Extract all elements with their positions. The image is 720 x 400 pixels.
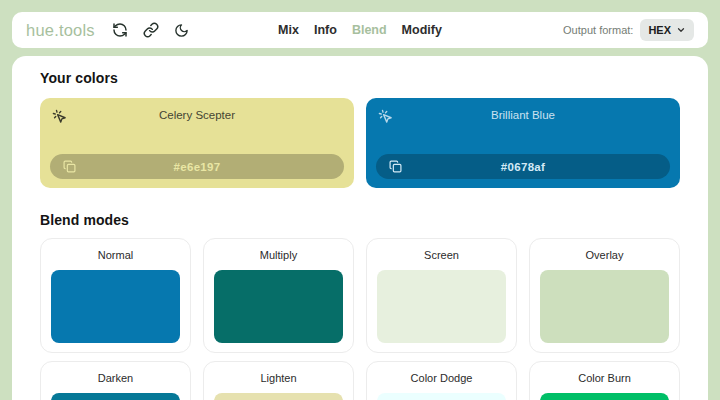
copy-icon (63, 160, 76, 173)
blend-card-lighten: Lighten (203, 361, 354, 400)
nav-blend[interactable]: Blend (352, 23, 387, 37)
output-format-select[interactable]: HEX (640, 19, 694, 41)
copy-hex-button[interactable]: #e6e197 (50, 154, 344, 179)
pointer-click-icon[interactable] (52, 108, 68, 124)
blend-card-color-burn: Color Burn (529, 361, 680, 400)
moon-icon[interactable] (173, 21, 191, 39)
color-card-1[interactable]: Celery Scepter #e6e197 (40, 98, 354, 188)
blend-card-darken: Darken (40, 361, 191, 400)
blend-mode-swatch[interactable] (214, 393, 343, 400)
blend-mode-label: Screen (377, 249, 506, 262)
color-name: Celery Scepter (40, 109, 354, 121)
blend-mode-swatch[interactable] (51, 270, 180, 343)
blend-mode-swatch[interactable] (51, 393, 180, 400)
color-name: Brilliant Blue (366, 109, 680, 121)
main-nav: Mix Info Blend Modify (278, 23, 442, 37)
output-format: Output format: HEX (563, 19, 694, 41)
app-logo[interactable]: hue.tools (26, 21, 95, 40)
app-header: hue.tools Mix Info Blend Modify Output f… (12, 12, 708, 48)
blend-mode-swatch[interactable] (540, 270, 669, 343)
output-format-value: HEX (648, 24, 671, 36)
blend-mode-label: Normal (51, 249, 180, 262)
blend-mode-swatch[interactable] (377, 393, 506, 400)
blend-card-color-dodge: Color Dodge (366, 361, 517, 400)
blend-mode-swatch[interactable] (377, 270, 506, 343)
link-icon[interactable] (142, 21, 160, 39)
blend-card-overlay: Overlay (529, 238, 680, 353)
nav-modify[interactable]: Modify (402, 23, 442, 37)
output-format-label: Output format: (563, 24, 633, 36)
color-card-2[interactable]: Brilliant Blue #0678af (366, 98, 680, 188)
hex-value: #0678af (501, 161, 545, 173)
blend-modes-grid: Normal Multiply Screen Overlay Darken Li… (40, 238, 680, 400)
blend-mode-label: Overlay (540, 249, 669, 262)
blend-card-multiply: Multiply (203, 238, 354, 353)
blend-card-normal: Normal (40, 238, 191, 353)
blend-mode-swatch[interactable] (540, 393, 669, 400)
copy-hex-button[interactable]: #0678af (376, 154, 670, 179)
blend-mode-label: Color Burn (540, 372, 669, 385)
chevron-down-icon (676, 25, 686, 35)
blend-mode-label: Multiply (214, 249, 343, 262)
sync-icon[interactable] (111, 21, 129, 39)
main-panel: Your colors Celery Scepter #e6e197 (12, 56, 708, 400)
pointer-click-icon[interactable] (378, 108, 394, 124)
blend-modes-title: Blend modes (40, 212, 680, 228)
header-icon-group (111, 21, 191, 39)
hex-value: #e6e197 (174, 161, 221, 173)
blend-card-screen: Screen (366, 238, 517, 353)
blend-mode-label: Color Dodge (377, 372, 506, 385)
blend-mode-label: Lighten (214, 372, 343, 385)
colors-grid: Celery Scepter #e6e197 Brilliant Blue (40, 98, 680, 188)
copy-icon (389, 160, 402, 173)
blend-mode-label: Darken (51, 372, 180, 385)
your-colors-title: Your colors (40, 70, 680, 86)
nav-info[interactable]: Info (314, 23, 337, 37)
blend-mode-swatch[interactable] (214, 270, 343, 343)
nav-mix[interactable]: Mix (278, 23, 299, 37)
